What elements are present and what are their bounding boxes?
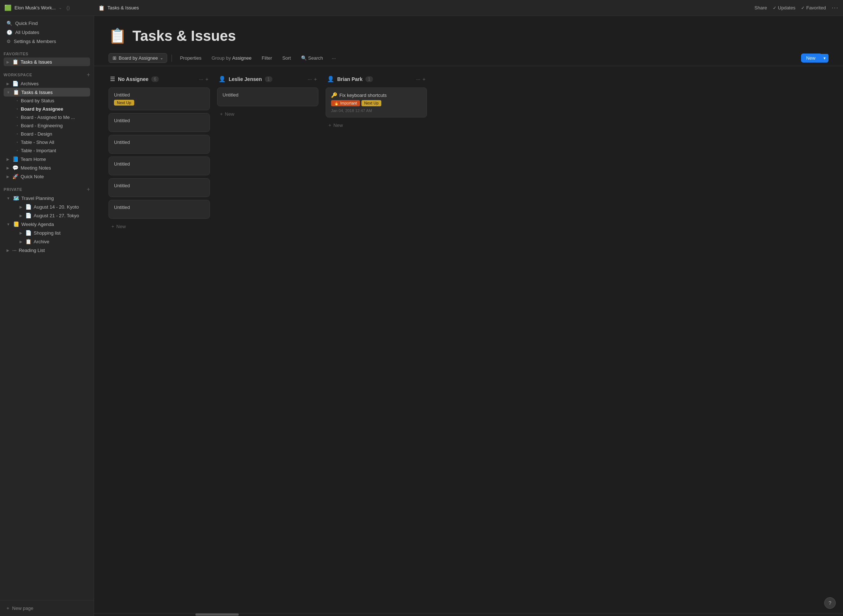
shopping-icon: 📄 — [25, 230, 31, 236]
tasks-arrow-icon: ▼ — [6, 90, 10, 94]
sidebar-item-board-design[interactable]: Board - Design — [14, 130, 90, 138]
breadcrumb-page-icon: 📋 — [99, 5, 104, 11]
new-card-plus-icon: + — [112, 224, 114, 229]
new-card-leslie[interactable]: + New — [217, 109, 318, 119]
kyoto-arrow-icon: ▶ — [19, 205, 22, 209]
column-count-no-assignee: 6 — [151, 76, 159, 82]
new-page-plus-icon: + — [6, 606, 9, 611]
card-no-assignee-2[interactable]: Untitled — [109, 113, 210, 132]
sidebar-toggle-icon[interactable]: ⟨⟩ — [66, 5, 70, 11]
sidebar-bottom: + New page — [0, 600, 94, 616]
column-title-no-assignee: No Assignee — [118, 76, 149, 82]
sidebar-item-reading-list[interactable]: ▶ ··· Reading List — [4, 246, 90, 255]
sidebar-item-table-important[interactable]: Table - Important — [14, 147, 90, 155]
column-title-brian: Brian Park — [337, 76, 362, 82]
workspace-add-button[interactable]: + — [87, 72, 90, 78]
brian-column-add-icon[interactable]: + — [422, 76, 425, 82]
board-view-icon: ⊞ — [113, 55, 116, 61]
leslie-column-menu-icon[interactable]: ··· — [307, 76, 312, 82]
tag-next-up-brian: Next Up — [362, 100, 382, 106]
content-area: 📋 Tasks & Issues ⊞ Board by Assignee ⌄ P… — [94, 16, 843, 616]
card-leslie-1[interactable]: Untitled — [217, 88, 318, 106]
card-no-assignee-4[interactable]: Untitled — [109, 157, 210, 175]
favorited-button[interactable]: ✓ Favorited — [801, 5, 825, 10]
weekly-sub-items: ▶ 📄 Shopping list ▶ 📋 Archive — [14, 229, 90, 246]
sidebar-item-board-assigned-me[interactable]: Board - Assigned to Me ... — [14, 113, 90, 122]
column-add-icon[interactable]: + — [206, 76, 208, 82]
new-page-button[interactable]: + New page — [4, 603, 90, 613]
sidebar-item-shopping-list[interactable]: ▶ 📄 Shopping list — [17, 229, 90, 237]
sidebar-item-board-engineering[interactable]: Board - Engineering — [14, 122, 90, 130]
sidebar-item-weekly-agenda[interactable]: ▼ 📒 Weekly Agenda — [4, 220, 90, 229]
private-add-button[interactable]: + — [87, 186, 90, 192]
no-assignee-icon: ☰ — [110, 76, 115, 82]
scrollbar-thumb[interactable] — [196, 613, 239, 616]
share-button[interactable]: Share — [754, 5, 767, 10]
archives-arrow-icon: ▶ — [6, 82, 9, 86]
filter-button[interactable]: Filter — [258, 53, 276, 63]
sidebar-item-quick-find[interactable]: 🔍 Quick Find — [3, 19, 91, 28]
sidebar-item-travel-planning[interactable]: ▼ 🗺️ Travel Planning — [4, 194, 90, 202]
new-button[interactable]: New — [801, 53, 821, 63]
brian-column-menu-icon[interactable]: ··· — [416, 76, 421, 82]
sidebar-item-tasks-issues[interactable]: ▼ 📋 Tasks & Issues — [4, 88, 90, 97]
view-selector[interactable]: ⊞ Board by Assignee ⌄ — [109, 53, 167, 63]
column-menu-icon[interactable]: ··· — [199, 76, 203, 82]
card-brian-1[interactable]: 🔑 Fix keyboard shortcuts 🔥 Important Nex… — [326, 88, 427, 117]
board: ☰ No Assignee 6 ··· + Untitled Next Up — [109, 73, 828, 231]
search-icon: 🔍 — [6, 21, 12, 26]
sidebar-item-board-assignee[interactable]: Board by Assignee — [14, 105, 90, 113]
breadcrumb: 📋 Tasks & Issues — [99, 5, 754, 11]
properties-button[interactable]: Properties — [176, 53, 205, 63]
tasks-issues-fav-icon: 📋 — [12, 59, 18, 65]
card-no-assignee-6[interactable]: Untitled — [109, 200, 210, 219]
toolbar-more-icon[interactable]: ··· — [330, 54, 338, 63]
toolbar: ⊞ Board by Assignee ⌄ Properties Group b… — [94, 50, 843, 66]
sidebar-item-team-home[interactable]: ▶ 📘 Team Home — [4, 155, 90, 163]
new-card-brian[interactable]: + New — [326, 120, 427, 130]
updates-button[interactable]: ✓ Updates — [773, 5, 795, 10]
card-no-assignee-1[interactable]: Untitled Next Up — [109, 88, 210, 110]
more-options-icon[interactable]: ··· — [832, 5, 839, 11]
private-header: PRIVATE + — [4, 186, 90, 192]
leslie-column-add-icon[interactable]: + — [314, 76, 317, 82]
sidebar-item-all-updates[interactable]: 🕐 All Updates — [3, 28, 91, 37]
meeting-notes-arrow-icon: ▶ — [6, 166, 9, 170]
sidebar-item-tokyo[interactable]: ▶ 📄 August 21 - 27. Tokyo — [17, 211, 90, 220]
shopping-arrow-icon: ▶ — [19, 231, 22, 235]
new-button-dropdown[interactable]: ▾ — [821, 54, 828, 63]
breadcrumb-page-title: Tasks & Issues — [107, 5, 139, 10]
column-header-leslie: 👤 Leslie Jensen 1 ··· + — [217, 73, 318, 85]
sidebar-item-table-show-all[interactable]: Table - Show All — [14, 138, 90, 147]
workspace-chevron-icon[interactable]: ⌄ — [59, 6, 62, 10]
new-card-no-assignee[interactable]: + New — [109, 221, 210, 231]
favorited-checkmark-icon: ✓ — [801, 6, 805, 10]
column-actions-no-assignee: ··· + — [199, 76, 208, 82]
sidebar-item-board-status[interactable]: Board by Status — [14, 97, 90, 105]
column-actions-leslie: ··· + — [307, 76, 317, 82]
sort-button[interactable]: Sort — [279, 53, 294, 63]
sidebar-item-quick-note[interactable]: ▶ 🚀 Quick Note — [4, 172, 90, 181]
sidebar-item-archive[interactable]: ▶ 📋 Archive — [17, 237, 90, 246]
reading-arrow-icon: ▶ — [6, 248, 9, 252]
sidebar: 🔍 Quick Find 🕐 All Updates ⚙ Settings & … — [0, 16, 94, 616]
top-bar-actions: Share ✓ Updates ✓ Favorited ··· — [754, 5, 839, 11]
workspace-name[interactable]: Elon Musk's Work... — [15, 5, 56, 10]
sidebar-item-meeting-notes[interactable]: ▶ 💬 Meeting Notes — [4, 163, 90, 172]
sidebar-item-kyoto[interactable]: ▶ 📄 August 14 - 20. Kyoto — [17, 202, 90, 211]
search-icon: 🔍 — [301, 55, 307, 61]
quick-note-icon: 🚀 — [12, 173, 18, 179]
horizontal-scrollbar[interactable] — [94, 613, 843, 616]
search-button[interactable]: 🔍 Search — [297, 53, 327, 63]
card-no-assignee-3[interactable]: Untitled — [109, 135, 210, 154]
help-button[interactable]: ? — [824, 597, 836, 609]
sidebar-item-settings[interactable]: ⚙ Settings & Members — [3, 37, 91, 46]
group-by-button[interactable]: Group by Assignee — [208, 53, 255, 63]
card-no-assignee-5[interactable]: Untitled — [109, 178, 210, 197]
travel-icon: 🗺️ — [13, 195, 19, 201]
sidebar-item-archives[interactable]: ▶ 📄 Archives — [4, 79, 90, 88]
view-chevron-icon: ⌄ — [160, 56, 163, 60]
sidebar-item-tasks-issues-favorite[interactable]: ▶ 📋 Tasks & Issues — [4, 57, 90, 66]
card-tags-1: Next Up — [114, 100, 204, 106]
favorites-header: FAVORITES — [4, 52, 90, 56]
